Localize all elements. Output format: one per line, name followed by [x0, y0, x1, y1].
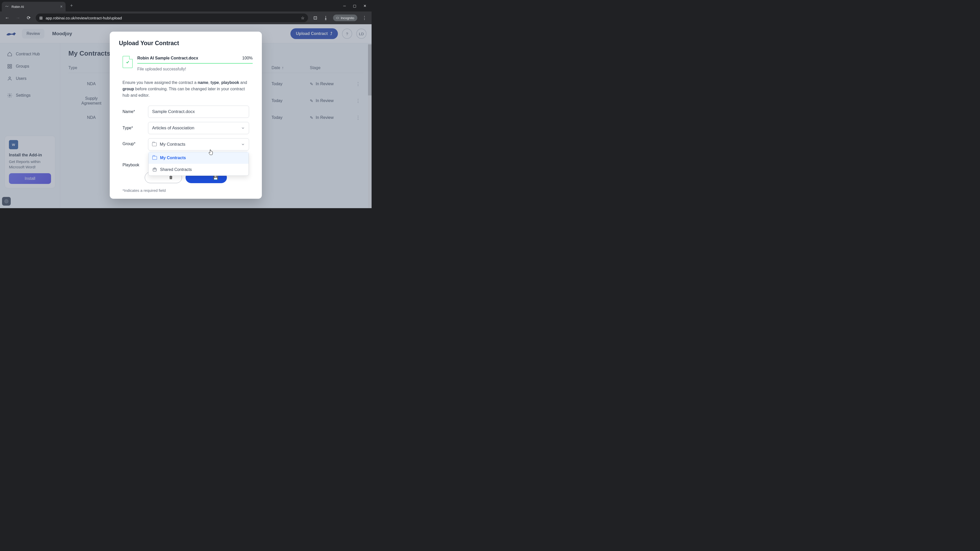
chevron-down-icon: [241, 126, 245, 130]
option-label: Shared Contracts: [160, 167, 192, 172]
tab-favicon: [5, 5, 9, 9]
tab-close-icon[interactable]: ×: [60, 4, 62, 9]
instruction-text: Ensure you have assigned the contract a …: [119, 79, 253, 98]
minimize-button[interactable]: ─: [343, 4, 346, 8]
option-label: My Contracts: [160, 156, 186, 160]
name-row: Name*: [123, 106, 249, 118]
type-row: Type* Articles of Association: [123, 122, 249, 134]
back-button[interactable]: ←: [3, 15, 11, 21]
address-bar[interactable]: ⊞ app.robinai.co.uk/review/contract-hub/…: [36, 14, 308, 22]
save-icon: 💾: [213, 175, 218, 180]
group-dropdown: My Contracts Shared Contracts: [148, 152, 249, 176]
extensions-icon[interactable]: ⊡: [312, 15, 319, 21]
close-window-button[interactable]: ✕: [363, 4, 366, 8]
group-select[interactable]: My Contracts My Contracts Shared Contrac…: [148, 138, 249, 151]
modal-title: Upload Your Contract: [119, 40, 253, 47]
type-select[interactable]: Articles of Association: [148, 122, 249, 134]
browser-tab-strip: Robin AI × + ─ ▢ ✕: [0, 0, 372, 11]
site-settings-icon[interactable]: ⊞: [39, 16, 43, 21]
bookmark-icon[interactable]: ☆: [301, 16, 304, 21]
new-tab-button[interactable]: +: [70, 3, 73, 8]
incognito-icon: ⬭: [336, 16, 339, 20]
type-value: Articles of Association: [152, 125, 194, 130]
group-row: Group* My Contracts My Contracts: [123, 138, 249, 151]
tab-title: Robin AI: [11, 5, 58, 9]
downloads-icon[interactable]: ⭳: [322, 15, 329, 21]
upload-percent: 100%: [242, 56, 253, 60]
file-success-icon: [123, 56, 133, 68]
svg-rect-8: [153, 168, 156, 171]
upload-modal: Upload Your Contract Robin AI Sample Con…: [110, 32, 262, 199]
maximize-button[interactable]: ▢: [353, 4, 356, 8]
forward-button[interactable]: →: [14, 15, 21, 21]
browser-tab[interactable]: Robin AI ×: [2, 2, 65, 11]
chevron-down-icon: [241, 142, 245, 146]
incognito-label: Incognito: [341, 16, 354, 20]
url-text: app.robinai.co.uk/review/contract-hub/up…: [46, 16, 298, 20]
required-footnote: *Indicates a required field: [119, 188, 253, 192]
progress-bar: [137, 63, 253, 64]
browser-toolbar: ← → ⟳ ⊞ app.robinai.co.uk/review/contrac…: [0, 11, 372, 24]
file-upload-status: Robin AI Sample Contract.docx 100% File …: [119, 56, 253, 71]
folder-icon: [152, 143, 157, 146]
trash-icon: 🗑: [169, 175, 173, 180]
upload-status-text: File uploaded successfully!: [137, 67, 253, 71]
reload-button[interactable]: ⟳: [25, 15, 32, 21]
app-container: Review Moodjoy Upload Contract ⤴ ? LD Co…: [0, 24, 372, 208]
incognito-badge: ⬭ Incognito: [333, 14, 357, 21]
shared-folder-icon: [152, 167, 157, 172]
name-input[interactable]: [148, 106, 249, 118]
group-option-shared-contracts[interactable]: Shared Contracts: [148, 164, 248, 176]
browser-menu-icon[interactable]: ⋮: [361, 15, 368, 21]
window-controls: ─ ▢ ✕: [343, 4, 372, 8]
uploaded-file-name: Robin AI Sample Contract.docx: [137, 56, 198, 60]
folder-icon: [152, 156, 157, 160]
group-option-my-contracts[interactable]: My Contracts: [148, 152, 248, 164]
cursor-pointer-icon: [208, 149, 213, 156]
group-value: My Contracts: [160, 142, 185, 147]
